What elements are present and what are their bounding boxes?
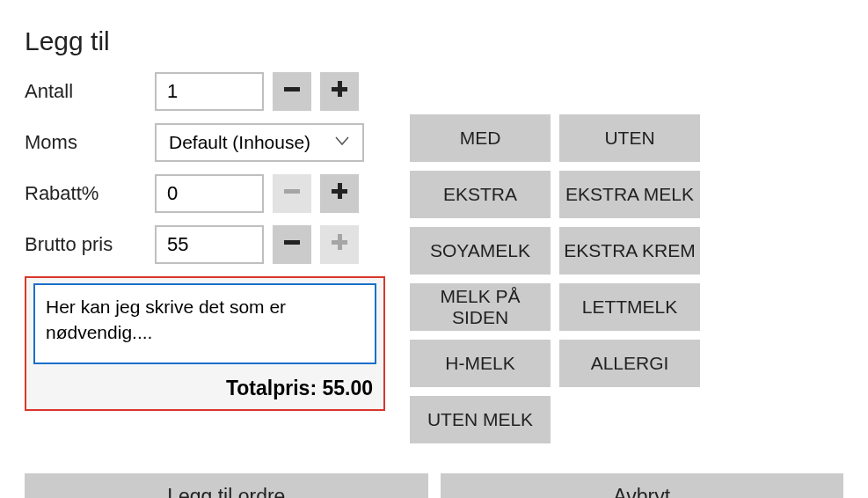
tag-melk-pa-siden[interactable]: MELK PÅ SIDEN: [410, 283, 551, 331]
row-antall: Antall: [25, 72, 385, 111]
input-antall[interactable]: [155, 72, 264, 111]
plus-icon: [330, 232, 349, 257]
tag-soyamelk[interactable]: SOYAMELK: [410, 227, 551, 275]
add-to-order-button[interactable]: Legg til ordre: [25, 473, 428, 498]
tag-lettmelk[interactable]: LETTMELK: [559, 283, 700, 331]
rabatt-plus-button[interactable]: [320, 174, 359, 213]
row-rabatt: Rabatt%: [25, 174, 385, 213]
brutto-minus-button[interactable]: [273, 225, 311, 264]
input-brutto[interactable]: [155, 225, 264, 264]
row-brutto: Brutto pris: [25, 225, 385, 264]
brutto-plus-button[interactable]: [320, 225, 359, 264]
total-label: Totalpris:: [226, 377, 317, 399]
tag-ekstra-krem[interactable]: EKSTRA KREM: [559, 227, 700, 275]
tag-h-melk[interactable]: H-MELK: [410, 340, 551, 387]
label-antall: Antall: [25, 80, 155, 103]
footer: Legg til ordre Avbryt: [25, 473, 843, 498]
minus-icon: [282, 79, 302, 104]
right-column: MED UTEN EKSTRA EKSTRA MELK SOYAMELK EKS…: [410, 72, 843, 443]
note-highlight-box: Totalpris: 55.00: [25, 276, 385, 411]
row-moms: Moms Default (Inhouse): [25, 123, 385, 162]
tag-med[interactable]: MED: [410, 114, 551, 162]
minus-icon: [282, 181, 302, 206]
svg-rect-2: [338, 81, 342, 97]
antall-minus-button[interactable]: [273, 72, 311, 111]
chevron-down-icon: [334, 132, 350, 153]
tag-ekstra-melk[interactable]: EKSTRA MELK: [559, 171, 700, 218]
tag-grid: MED UTEN EKSTRA EKSTRA MELK SOYAMELK EKS…: [410, 114, 843, 443]
page-title: Legg til: [25, 26, 843, 56]
left-column: Antall Moms Default (Inhouse): [25, 72, 385, 443]
select-moms[interactable]: Default (Inhouse): [155, 123, 364, 162]
tag-allergi[interactable]: ALLERGI: [559, 340, 700, 387]
tag-uten[interactable]: UTEN: [559, 114, 700, 162]
rabatt-minus-button[interactable]: [273, 174, 311, 213]
label-moms: Moms: [25, 131, 155, 154]
minus-icon: [282, 232, 302, 257]
plus-icon: [330, 181, 349, 206]
tag-uten-melk[interactable]: UTEN MELK: [410, 396, 551, 443]
plus-icon: [330, 79, 349, 104]
total-value: 55.00: [322, 377, 373, 399]
svg-rect-5: [338, 183, 342, 199]
antall-plus-button[interactable]: [320, 72, 359, 111]
svg-rect-6: [284, 240, 300, 245]
svg-rect-8: [338, 234, 342, 250]
label-brutto: Brutto pris: [25, 233, 155, 256]
label-rabatt: Rabatt%: [25, 182, 155, 205]
cancel-button[interactable]: Avbryt: [441, 473, 844, 498]
svg-rect-3: [284, 189, 300, 194]
input-rabatt[interactable]: [155, 174, 264, 213]
svg-rect-0: [284, 87, 300, 92]
tag-ekstra[interactable]: EKSTRA: [410, 171, 551, 218]
note-textarea[interactable]: [33, 283, 376, 364]
total-row: Totalpris: 55.00: [33, 368, 376, 400]
select-moms-value: Default (Inhouse): [169, 132, 310, 153]
